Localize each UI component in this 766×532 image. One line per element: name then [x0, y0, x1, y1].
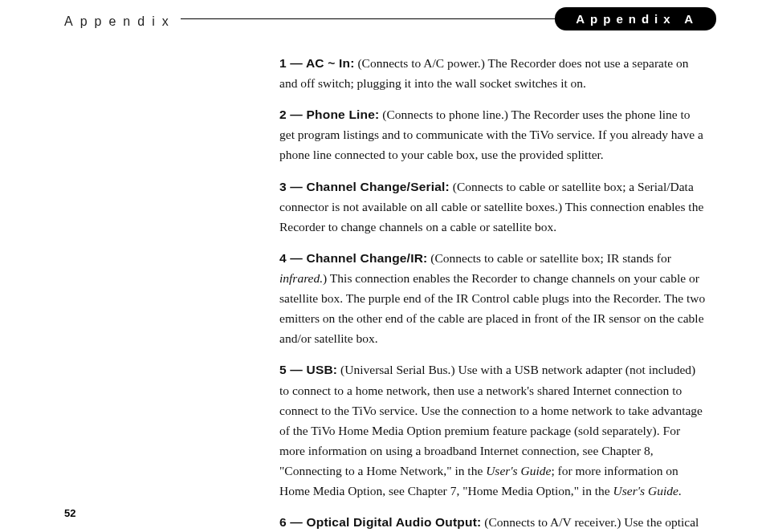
item-5-italic-2: User's Guide	[613, 484, 678, 497]
item-6: 6 — Optical Digital Audio Output: (Conne…	[279, 512, 707, 532]
item-1-label: 1 — AC ~ In:	[279, 56, 355, 70]
item-1: 1 — AC ~ In: (Connects to A/C power.) Th…	[279, 53, 707, 93]
body-content: 1 — AC ~ In: (Connects to A/C power.) Th…	[279, 53, 707, 532]
item-3-label: 3 — Channel Change/Serial:	[279, 180, 450, 193]
page-number: 52	[64, 507, 75, 519]
item-6-label: 6 — Optical Digital Audio Output:	[279, 515, 481, 529]
item-4-italic-1: infrared.	[279, 271, 323, 285]
item-2: 2 — Phone Line: (Connects to phone line.…	[279, 104, 707, 164]
item-2-label: 2 — Phone Line:	[279, 108, 379, 121]
item-4-text-a: (Connects to cable or satellite box; IR …	[427, 251, 670, 265]
item-5-text-a: (Universal Serial Bus.) Use with a USB n…	[279, 363, 703, 477]
header-right-pill: Appendix A	[555, 7, 716, 30]
item-5: 5 — USB: (Universal Serial Bus.) Use wit…	[279, 359, 707, 501]
page-header: Appendix Appendix A	[0, 0, 766, 36]
item-5-label: 5 — USB:	[279, 363, 337, 376]
item-4-label: 4 — Channel Change/IR:	[279, 251, 427, 265]
item-4: 4 — Channel Change/IR: (Connects to cabl…	[279, 248, 707, 349]
header-left-text: Appendix	[64, 14, 176, 29]
item-3: 3 — Channel Change/Serial: (Connects to …	[279, 177, 707, 237]
item-5-italic-1: User's Guide	[486, 464, 551, 477]
item-4-after-1: ) This connection enables the Recorder t…	[279, 271, 705, 345]
item-5-after-2: .	[678, 484, 682, 497]
